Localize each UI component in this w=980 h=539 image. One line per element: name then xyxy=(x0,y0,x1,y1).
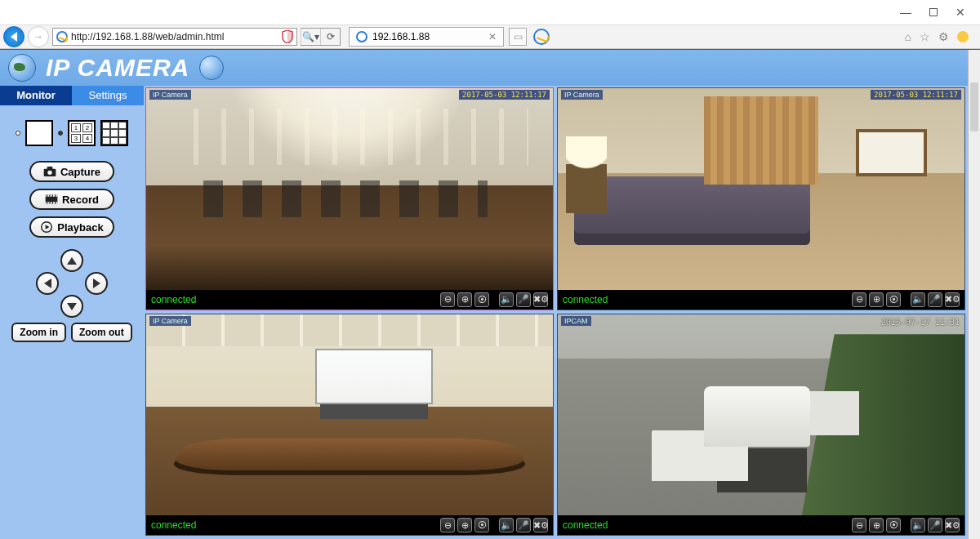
layout-2x2-radio[interactable] xyxy=(58,131,63,136)
zoom-in-icon[interactable]: ⊕ xyxy=(457,292,472,307)
feed-label: IPCAM xyxy=(561,316,591,326)
svg-rect-7 xyxy=(49,195,50,197)
camera-panel[interactable]: IPCAM 2015-07-17 11:31 connected ⊖ ⊕ ⦿ 🔈… xyxy=(557,314,965,537)
page-content: IP CAMERA Monitor Settings 1 2 3 4 xyxy=(0,49,980,539)
layout-2x2-icon[interactable]: 1 2 3 4 xyxy=(68,120,96,146)
url-input[interactable] xyxy=(71,31,278,42)
camera-panel[interactable]: IP Camera 2017-05-03 12:11:17 connected … xyxy=(145,87,554,310)
film-icon xyxy=(45,194,58,205)
feed-label: IP Camera xyxy=(149,316,191,326)
speaker-icon[interactable]: 🔈 xyxy=(911,292,925,307)
capture-button[interactable]: Capture xyxy=(29,161,114,182)
zoom-out-icon[interactable]: ⊖ xyxy=(852,292,866,307)
layout-single-radio[interactable] xyxy=(16,131,20,136)
new-tab-button[interactable]: ▭ xyxy=(509,28,527,46)
speaker-icon[interactable]: 🔈 xyxy=(499,518,514,532)
mic-mute-icon[interactable]: 🎤 xyxy=(928,518,942,532)
ptz-right-button[interactable] xyxy=(85,272,108,295)
record-button[interactable]: Record xyxy=(29,189,114,210)
browser-tab[interactable]: 192.168.1.88 ✕ xyxy=(349,27,504,47)
speaker-icon[interactable]: 🔈 xyxy=(911,518,925,532)
nav-back-button[interactable] xyxy=(3,26,24,47)
ptz-up-button[interactable] xyxy=(60,249,83,272)
layout-single-icon[interactable] xyxy=(25,120,53,146)
feed-timestamp: 2017-05-03 12:11:17 xyxy=(459,90,550,100)
feed-label: IP Camera xyxy=(149,90,191,100)
zoom-out-icon[interactable]: ⊖ xyxy=(440,518,455,532)
record-dot-icon[interactable]: ⦿ xyxy=(474,518,489,532)
record-dot-icon[interactable]: ⦿ xyxy=(474,292,489,307)
feedback-smiley-icon[interactable] xyxy=(957,31,969,42)
camera-status-bar: connected ⊖ ⊕ ⦿ 🔈 🎤 ✖⚙ xyxy=(146,290,553,310)
window-maximize-icon[interactable] xyxy=(929,7,938,18)
tab-monitor[interactable]: Monitor xyxy=(0,86,72,105)
camera-panel[interactable]: IP Camera connected ⊖ ⊕ ⦿ 🔈 🎤 ✖⚙ xyxy=(145,314,554,537)
zoom-out-button[interactable]: Zoom out xyxy=(71,323,132,342)
svg-rect-9 xyxy=(55,195,56,197)
speaker-icon[interactable]: 🔈 xyxy=(499,292,514,307)
ptz-down-button[interactable] xyxy=(60,295,83,318)
sidebar: Monitor Settings 1 2 3 4 xyxy=(0,86,144,539)
zoom-out-icon[interactable]: ⊖ xyxy=(852,518,866,532)
ie-icon xyxy=(56,31,68,42)
zoom-in-button[interactable]: Zoom in xyxy=(11,323,66,342)
button-label: Playback xyxy=(57,221,103,234)
playback-button[interactable]: Playback xyxy=(29,216,114,238)
camera-feed: IP Camera xyxy=(146,314,553,516)
status-text: connected xyxy=(151,294,196,305)
svg-marker-15 xyxy=(46,225,50,229)
home-icon[interactable]: ⌂ xyxy=(905,30,911,43)
nav-forward-button[interactable]: → xyxy=(28,26,49,47)
svg-rect-8 xyxy=(52,195,53,197)
brand-bar: IP CAMERA xyxy=(0,50,980,86)
record-dot-icon[interactable]: ⦿ xyxy=(886,292,901,307)
refresh-icon[interactable]: ⟳ xyxy=(320,29,340,45)
tab-title: 192.168.1.88 xyxy=(372,31,430,42)
security-shield-icon xyxy=(282,30,293,43)
svg-rect-13 xyxy=(55,202,56,203)
feed-label: IP Camera xyxy=(561,90,603,100)
globe-icon xyxy=(199,56,224,80)
feed-timestamp: 2015-07-17 11:31 xyxy=(881,318,960,327)
svg-rect-1 xyxy=(47,167,53,169)
status-text: connected xyxy=(151,519,196,531)
tab-settings[interactable]: Settings xyxy=(72,86,144,105)
tab-close-icon[interactable]: ✕ xyxy=(488,31,497,42)
settings-wrench-icon[interactable]: ✖⚙ xyxy=(945,292,960,307)
feed-timestamp: 2017-05-03 12:11:17 xyxy=(871,90,961,100)
zoom-in-icon[interactable]: ⊕ xyxy=(869,518,884,532)
camera-feed: IPCAM 2015-07-17 11:31 xyxy=(558,314,964,516)
svg-rect-12 xyxy=(52,202,53,203)
ptz-left-button[interactable] xyxy=(36,272,59,295)
browser-toolbar: → 🔍▾ ⟳ 192.168.1.88 ✕ ▭ ⌂ ☆ ⚙ xyxy=(0,24,980,49)
button-label: Record xyxy=(62,194,99,206)
window-close-icon[interactable]: ✕ xyxy=(956,7,965,18)
cell-label: 3 xyxy=(71,134,81,143)
svg-rect-11 xyxy=(49,202,50,203)
mic-mute-icon[interactable]: 🎤 xyxy=(516,518,531,532)
mic-mute-icon[interactable]: 🎤 xyxy=(516,292,531,307)
status-text: connected xyxy=(563,519,608,531)
scrollbar-thumb[interactable] xyxy=(970,82,978,131)
svg-point-2 xyxy=(47,171,51,175)
ie-icon xyxy=(356,31,368,42)
search-dropdown-icon[interactable]: 🔍▾ xyxy=(301,29,320,45)
zoom-in-icon[interactable]: ⊕ xyxy=(869,292,884,307)
settings-wrench-icon[interactable]: ✖⚙ xyxy=(533,292,548,307)
ptz-dpad xyxy=(23,249,121,318)
cell-label: 2 xyxy=(82,123,92,132)
settings-wrench-icon[interactable]: ✖⚙ xyxy=(945,518,960,532)
window-minimize-icon[interactable]: — xyxy=(900,7,911,18)
zoom-out-icon[interactable]: ⊖ xyxy=(440,292,455,307)
tools-gear-icon[interactable]: ⚙ xyxy=(938,30,949,43)
layout-3x3-icon[interactable] xyxy=(100,120,128,146)
camera-panel[interactable]: IP Camera 2017-05-03 12:11:17 connected … xyxy=(557,87,965,310)
record-dot-icon[interactable]: ⦿ xyxy=(886,518,901,532)
camera-icon xyxy=(43,166,56,177)
favorites-icon[interactable]: ☆ xyxy=(920,30,930,43)
zoom-in-icon[interactable]: ⊕ xyxy=(457,518,472,532)
svg-rect-10 xyxy=(47,202,47,203)
address-bar[interactable] xyxy=(52,28,297,46)
settings-wrench-icon[interactable]: ✖⚙ xyxy=(533,518,548,532)
mic-mute-icon[interactable]: 🎤 xyxy=(928,292,942,307)
